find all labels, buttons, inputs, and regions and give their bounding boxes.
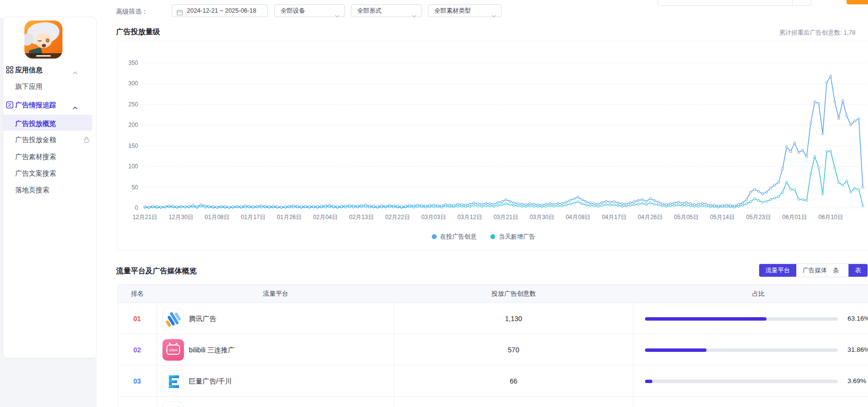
svg-text:bilibili: bilibili — [169, 348, 178, 352]
ad-track-icon — [6, 101, 14, 109]
platform-section-title: 流量平台及广告媒体概览 — [116, 266, 197, 276]
partial-platform-icon — [162, 402, 184, 407]
legend-dot-teal — [490, 234, 495, 239]
chevron-down-icon — [412, 10, 417, 21]
view-mode-toggle: 条形图 表格 — [826, 264, 868, 277]
table-header: 排名 流量平台 投放广告创意数 占比 — [118, 285, 868, 303]
advanced-filter-label: 高级筛选： — [116, 7, 148, 16]
creative-count: 1,130 — [394, 303, 633, 334]
svg-text:12月30日: 12月30日 — [169, 214, 194, 221]
percent-bar-fill — [645, 380, 652, 383]
svg-text:03月21日: 03月21日 — [493, 214, 518, 221]
svg-text:350: 350 — [128, 60, 138, 66]
rank-badge: 01 — [118, 303, 157, 334]
global-search-input[interactable] — [658, 0, 811, 6]
percent-label: 31.86% — [848, 334, 868, 366]
percent-label: 3.69% — [848, 366, 866, 397]
sidebar-item-ad-copy-search[interactable]: 广告文案搜索 — [3, 166, 97, 181]
table-row[interactable]: 03 巨量广告/千川 66 3.69% — [118, 366, 868, 397]
svg-text:03月12日: 03月12日 — [457, 214, 482, 221]
svg-text:03月03日: 03月03日 — [421, 214, 446, 221]
svg-text:05月23日: 05月23日 — [746, 214, 771, 221]
dedup-creative-count: 累计排重后广告创意数: 1,78 — [779, 29, 855, 37]
lock-icon — [83, 136, 90, 145]
search-divider — [792, 0, 793, 5]
svg-text:05月14日: 05月14日 — [710, 214, 735, 221]
platform-name: 腾讯广告 — [189, 303, 216, 334]
rank-badge: 03 — [118, 366, 157, 397]
sidebar: 应用信息 旗下应用 广告情报追踪 广告投放概览 广告投放金额 广告素材搜索 广告… — [3, 17, 97, 358]
platform-name: bilibili 三连推广 — [189, 334, 235, 366]
svg-text:200: 200 — [128, 122, 138, 128]
toggle-traffic-platform[interactable]: 流量平台 — [759, 264, 796, 277]
svg-text:250: 250 — [128, 101, 138, 108]
toggle-table-view[interactable]: 表格 — [848, 264, 868, 277]
legend-dot-blue — [432, 234, 437, 239]
percent-bar-track — [645, 348, 838, 352]
chart-legend: 在投广告创意 当天新增广告 — [118, 233, 849, 241]
percent-bar-fill — [645, 317, 767, 321]
svg-text:04月08日: 04月08日 — [565, 214, 590, 221]
percent-bar-track — [645, 380, 838, 383]
svg-text:02月13日: 02月13日 — [349, 214, 374, 221]
svg-text:02月04日: 02月04日 — [313, 214, 338, 221]
creative-count: 66 — [394, 366, 633, 397]
platform-name: 巨量广告/千川 — [189, 366, 232, 397]
percent-bar-track — [645, 317, 838, 321]
toggle-bar-view[interactable]: 条形图 — [827, 264, 848, 277]
platform-table: 排名 流量平台 投放广告创意数 占比 01 腾讯广告 1,130 63.16% … — [117, 284, 868, 407]
table-row[interactable]: 02 bilibili bilibili 三连推广 570 31.86% — [118, 334, 868, 366]
ad-volume-chart: 05010015020025030035012月21日12月30日01月08日0… — [117, 41, 868, 251]
device-select[interactable]: 全部设备 — [274, 4, 345, 17]
sidebar-item-app-info[interactable]: 应用信息 — [3, 62, 97, 77]
format-select[interactable]: 全部形式 — [351, 4, 422, 17]
sidebar-item-ad-intelligence[interactable]: 广告情报追踪 — [3, 98, 97, 112]
calendar-icon — [177, 8, 183, 20]
chart-section-title: 广告投放量级 — [116, 27, 160, 37]
sidebar-item-landing-page-search[interactable]: 落地页搜索 — [3, 183, 97, 197]
line-chart-canvas[interactable]: 05010015020025030035012月21日12月30日01月08日0… — [118, 41, 868, 251]
col-rank: 排名 — [118, 285, 157, 303]
col-count: 投放广告创意数 — [394, 285, 633, 303]
legend-item-active-creatives[interactable]: 在投广告创意 — [432, 233, 477, 241]
sidebar-item-ad-overview[interactable]: 广告投放概览 — [3, 116, 97, 131]
grid-icon — [6, 66, 14, 74]
svg-text:100: 100 — [128, 163, 138, 170]
legend-item-new-ads[interactable]: 当天新增广告 — [490, 233, 535, 241]
platform-media-toggle: 流量平台 广告媒体 — [759, 264, 834, 277]
svg-text:06月10日: 06月10日 — [818, 214, 843, 221]
svg-text:03月30日: 03月30日 — [529, 214, 554, 221]
svg-text:300: 300 — [128, 80, 138, 87]
svg-text:12月21日: 12月21日 — [133, 214, 158, 221]
oceanengine-icon — [162, 370, 184, 392]
svg-text:01月08日: 01月08日 — [205, 214, 230, 221]
app-window: { "colors": { "accent": "#4c40dd", "bar_… — [0, 0, 868, 407]
col-platform: 流量平台 — [157, 285, 394, 303]
date-range-input[interactable]: 2024-12-21 ~ 2025-06-18 — [172, 4, 268, 17]
sidebar-item-ad-material-search[interactable]: 广告素材搜索 — [3, 149, 97, 164]
svg-text:04月26日: 04月26日 — [638, 214, 663, 221]
creative-count: 570 — [394, 334, 633, 366]
chevron-down-icon — [491, 10, 496, 21]
svg-text:01月17日: 01月17日 — [241, 214, 266, 221]
table-row-partial[interactable] — [118, 397, 868, 407]
chevron-down-icon — [335, 10, 340, 21]
table-row[interactable]: 01 腾讯广告 1,130 63.16% — [118, 303, 868, 334]
svg-text:50: 50 — [132, 184, 139, 191]
bilibili-icon: bilibili — [162, 339, 184, 361]
top-action-button[interactable] — [847, 0, 868, 4]
svg-text:150: 150 — [128, 142, 138, 149]
app-avatar[interactable] — [24, 20, 62, 59]
chevron-up-icon[interactable] — [73, 103, 78, 112]
percent-label: 63.16% — [848, 303, 868, 334]
col-percent: 占比 — [633, 285, 868, 303]
svg-text:0: 0 — [135, 204, 138, 211]
svg-text:02月22日: 02月22日 — [385, 214, 410, 221]
rank-badge: 02 — [118, 334, 157, 366]
sidebar-item-sub-apps[interactable]: 旗下应用 — [3, 79, 97, 94]
chevron-up-icon[interactable] — [73, 68, 78, 77]
sidebar-item-ad-spend[interactable]: 广告投放金额 — [3, 132, 97, 147]
page-bottom-left-background — [0, 358, 97, 407]
material-type-select[interactable]: 全部素材类型 — [428, 4, 502, 17]
tencent-ads-icon — [162, 308, 184, 329]
